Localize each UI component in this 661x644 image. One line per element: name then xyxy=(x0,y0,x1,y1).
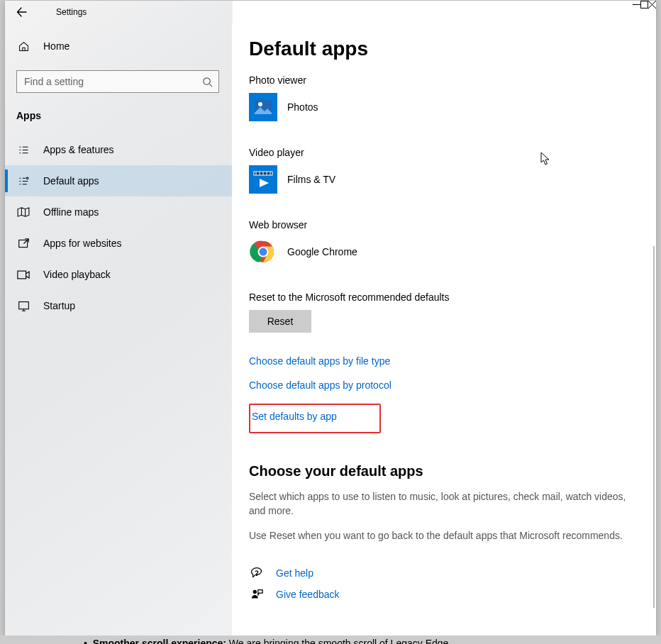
map-icon xyxy=(16,207,30,217)
choose-body-1: Select which apps to use to listen to mu… xyxy=(249,489,639,518)
window-controls xyxy=(633,1,656,9)
choose-body-2: Use Reset when you want to go back to th… xyxy=(249,528,639,543)
sidebar: Settings Home Apps xyxy=(5,1,233,635)
group-heading-video: Video player xyxy=(249,147,639,158)
minimize-button[interactable] xyxy=(633,1,640,9)
reset-button[interactable]: Reset xyxy=(249,310,311,333)
page-title: Default apps xyxy=(249,38,639,60)
annotation-highlight: Set defaults by app xyxy=(249,404,381,433)
default-app-video[interactable]: Films & TV xyxy=(249,165,639,194)
sidebar-item-label: Video playback xyxy=(43,269,111,280)
feedback-icon xyxy=(249,588,265,601)
sidebar-item-video-playback[interactable]: Video playback xyxy=(5,259,232,290)
maximize-icon xyxy=(640,1,648,9)
choose-heading: Choose your default apps xyxy=(249,463,639,479)
back-button[interactable] xyxy=(5,1,39,23)
sidebar-section-label: Apps xyxy=(5,97,232,127)
svg-rect-18 xyxy=(258,590,262,594)
close-icon xyxy=(648,1,656,9)
photos-app-icon xyxy=(249,93,277,121)
svg-rect-4 xyxy=(18,301,28,309)
titlebar-left: Settings xyxy=(5,1,232,23)
settings-window: Settings Home Apps xyxy=(5,1,656,635)
sidebar-item-label: Default apps xyxy=(43,175,99,187)
sidebar-nav: Apps & features Default apps Offline map… xyxy=(5,127,232,321)
sidebar-item-startup[interactable]: Startup xyxy=(5,290,232,321)
search-box[interactable] xyxy=(16,70,219,93)
window-title: Settings xyxy=(39,7,87,17)
sidebar-item-label: Apps & features xyxy=(43,144,114,155)
chrome-app-icon xyxy=(249,238,277,266)
svg-point-15 xyxy=(260,248,267,256)
scrollbar[interactable] xyxy=(653,246,655,608)
startup-icon xyxy=(16,300,30,312)
search-icon xyxy=(196,77,218,87)
default-app-label: Films & TV xyxy=(287,174,335,185)
help-icon xyxy=(249,567,265,579)
sidebar-item-label: Offline maps xyxy=(43,206,99,218)
svg-point-0 xyxy=(204,77,210,84)
svg-rect-3 xyxy=(18,271,26,279)
svg-rect-5 xyxy=(641,1,648,9)
open-external-icon xyxy=(16,238,30,250)
films-tv-app-icon xyxy=(249,165,277,194)
svg-rect-9 xyxy=(249,165,277,194)
svg-point-8 xyxy=(258,102,262,106)
content-pane: Default apps Photo viewer Photos Video p… xyxy=(232,23,656,635)
svg-point-16 xyxy=(256,574,257,575)
default-app-browser[interactable]: Google Chrome xyxy=(249,238,639,266)
get-help-link[interactable]: Get help xyxy=(249,562,639,584)
get-help-label: Get help xyxy=(276,567,313,579)
close-button[interactable] xyxy=(648,1,656,9)
sidebar-home[interactable]: Home xyxy=(5,29,232,63)
reset-heading: Reset to the Microsoft recommended defau… xyxy=(249,292,639,303)
default-app-label: Photos xyxy=(287,101,318,113)
sidebar-item-offline-maps[interactable]: Offline maps xyxy=(5,196,232,228)
link-by-protocol[interactable]: Choose default apps by protocol xyxy=(249,379,391,391)
svg-point-1 xyxy=(26,177,28,179)
minimize-icon xyxy=(633,1,640,9)
defaults-icon xyxy=(16,175,30,187)
give-feedback-link[interactable]: Give feedback xyxy=(249,584,639,605)
default-app-label: Google Chrome xyxy=(287,246,357,257)
link-by-app[interactable]: Set defaults by app xyxy=(252,411,337,422)
link-by-file-type[interactable]: Choose default apps by file type xyxy=(249,355,390,367)
sidebar-home-label: Home xyxy=(43,40,70,52)
sidebar-item-default-apps[interactable]: Default apps xyxy=(5,165,232,196)
maximize-button[interactable] xyxy=(640,1,648,9)
sidebar-item-label: Startup xyxy=(43,300,75,311)
default-app-photo[interactable]: Photos xyxy=(249,93,639,121)
give-feedback-label: Give feedback xyxy=(276,589,340,600)
svg-point-17 xyxy=(253,590,257,594)
back-arrow-icon xyxy=(16,6,28,18)
sidebar-item-label: Apps for websites xyxy=(43,238,122,249)
sidebar-item-apps-websites[interactable]: Apps for websites xyxy=(5,228,232,259)
video-icon xyxy=(16,270,30,279)
home-icon xyxy=(16,40,30,52)
search-input[interactable] xyxy=(17,76,196,87)
sidebar-item-apps-features[interactable]: Apps & features xyxy=(5,134,232,165)
group-heading-photo: Photo viewer xyxy=(249,74,639,86)
group-heading-browser: Web browser xyxy=(249,219,639,231)
list-icon xyxy=(16,144,30,156)
